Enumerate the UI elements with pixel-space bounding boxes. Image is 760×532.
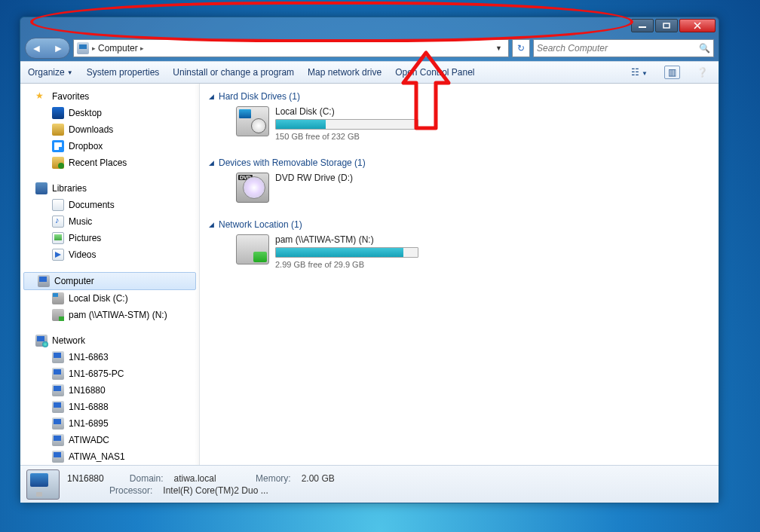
- si-pic-icon: [52, 232, 64, 244]
- search-input[interactable]: [537, 43, 699, 54]
- si-vid-icon: [52, 249, 64, 261]
- sidebar-item-label: Pictures: [69, 233, 101, 243]
- sidebar-computer-item[interactable]: pam (\\ATIWA-STM) (N:): [20, 307, 199, 323]
- sidebar-item-label: Videos: [69, 249, 96, 260]
- sidebar-item-label: pam (\\ATIWA-STM) (N:): [69, 310, 167, 320]
- section-network-loc[interactable]: ◢Network Location (1): [209, 218, 709, 231]
- sidebar-computer-item[interactable]: Local Disk (C:): [20, 290, 199, 307]
- sidebar-network-item[interactable]: 1N16880: [20, 382, 199, 399]
- computer-icon: [77, 42, 89, 54]
- sidebar-item-label: 1N16880: [69, 385, 106, 396]
- view-options-button[interactable]: ☷ ▼: [628, 67, 651, 78]
- map-network-drive-button[interactable]: Map network drive: [308, 67, 382, 78]
- computer-large-icon: [26, 469, 60, 500]
- si-dl-icon: [52, 124, 64, 136]
- details-computer-name: 1N16880: [67, 473, 104, 484]
- drive-free-text: 150 GB free of 232 GB: [275, 132, 418, 141]
- sidebar-network-item[interactable]: 1N1-6895: [20, 415, 199, 432]
- sidebar-item-label: Dropbox: [69, 141, 103, 151]
- sidebar-favorite-item[interactable]: Recent Places: [20, 154, 199, 171]
- drive-local-c[interactable]: Local Disk (C:) 150 GB free of 232 GB: [209, 103, 709, 144]
- si-pc-icon: [52, 417, 64, 430]
- sidebar-item-label: Downloads: [69, 124, 113, 135]
- organize-button[interactable]: Organize ▼: [28, 67, 73, 78]
- si-desk-icon: [52, 107, 64, 119]
- sidebar-favorite-item[interactable]: Desktop: [20, 105, 199, 121]
- sidebar-favorites-header[interactable]: ★Favorites: [20, 88, 199, 105]
- sidebar-item-label: ATIWA_NAS1: [69, 451, 125, 462]
- si-rec-icon: [52, 157, 64, 169]
- sidebar-item-label: Recent Places: [69, 157, 127, 168]
- search-box[interactable]: 🔍: [533, 39, 714, 57]
- address-bar[interactable]: ▸Computer▸ ▼: [73, 39, 509, 57]
- sidebar-item-label: Desktop: [69, 108, 102, 118]
- libraries-icon: [35, 182, 48, 194]
- address-dropdown-icon[interactable]: ▼: [492, 44, 505, 52]
- maximize-button[interactable]: [655, 19, 678, 32]
- refresh-button[interactable]: ↻: [512, 39, 530, 57]
- breadcrumb-item[interactable]: Computer: [98, 43, 138, 54]
- preview-pane-button[interactable]: ▥: [664, 66, 680, 79]
- section-hard-drives[interactable]: ◢Hard Disk Drives (1): [209, 90, 709, 103]
- capacity-bar: [275, 119, 418, 130]
- sidebar-item-label: Music: [69, 216, 92, 227]
- sidebar-library-item[interactable]: Music: [20, 213, 199, 230]
- sidebar-item-label: 1N1-6888: [69, 402, 109, 412]
- sidebar-network-item[interactable]: 1N1-6875-PC: [20, 365, 199, 382]
- drive-title: pam (\\ATIWA-STM) (N:): [275, 234, 418, 245]
- collapse-icon: ◢: [209, 221, 214, 228]
- sidebar-network-item[interactable]: 1N1-6863: [20, 349, 199, 365]
- chevron-down-icon: ▼: [67, 69, 73, 76]
- si-doc-icon: [52, 199, 64, 211]
- sidebar-computer-header[interactable]: Computer: [23, 272, 196, 290]
- help-button[interactable]: ❔: [694, 67, 711, 78]
- details-pane: 1N16880 Domain: atiwa.local Memory: 2.00…: [20, 465, 719, 503]
- drive-dvd[interactable]: DVD RW Drive (D:): [209, 170, 709, 206]
- breadcrumb-sep-icon: ▸: [92, 44, 96, 52]
- sidebar-library-item[interactable]: Pictures: [20, 230, 199, 246]
- si-db-icon: [52, 140, 64, 152]
- refresh-icon: ↻: [517, 43, 525, 54]
- sidebar-item-label: 1N1-6863: [69, 352, 109, 362]
- sidebar-network-item[interactable]: ATIWA_NAS1: [20, 448, 199, 465]
- drive-network-n[interactable]: pam (\\ATIWA-STM) (N:) 2.99 GB free of 2…: [209, 231, 709, 272]
- collapse-icon: ◢: [209, 159, 214, 167]
- sidebar: ★Favorites DesktopDownloadsDropboxRecent…: [20, 84, 200, 465]
- back-icon[interactable]: ◄: [32, 43, 42, 54]
- sidebar-network-item[interactable]: 1N1-6888: [20, 399, 199, 415]
- sidebar-network-header[interactable]: Network: [20, 332, 199, 349]
- si-mus-icon: [52, 216, 64, 228]
- sidebar-libraries-header[interactable]: Libraries: [20, 180, 199, 197]
- minimize-button[interactable]: [631, 19, 654, 32]
- system-properties-button[interactable]: System properties: [87, 67, 160, 78]
- sidebar-item-label: Documents: [69, 200, 115, 210]
- sidebar-item-label: ATIWADC: [69, 435, 109, 445]
- sidebar-network-item[interactable]: ATIWADC: [20, 432, 199, 448]
- sidebar-favorite-item[interactable]: Dropbox: [20, 138, 199, 154]
- breadcrumb-sep-icon: ▸: [140, 44, 144, 52]
- sidebar-library-item[interactable]: Videos: [20, 246, 199, 263]
- close-button[interactable]: [679, 19, 716, 32]
- forward-icon[interactable]: ►: [54, 43, 64, 54]
- svg-rect-0: [639, 26, 646, 28]
- sidebar-favorite-item[interactable]: Downloads: [20, 121, 199, 138]
- hard-drive-icon: [236, 106, 269, 136]
- capacity-bar: [275, 247, 418, 258]
- explorer-window: ◄► ▸Computer▸ ▼ ↻ 🔍 Organize ▼ System pr…: [20, 17, 719, 503]
- uninstall-program-button[interactable]: Uninstall or change a program: [173, 67, 294, 78]
- drive-title: DVD RW Drive (D:): [275, 173, 353, 183]
- titlebar: [20, 17, 719, 35]
- sidebar-item-label: 1N1-6895: [69, 418, 109, 429]
- nav-row: ◄► ▸Computer▸ ▼ ↻ 🔍: [20, 35, 719, 61]
- search-icon: 🔍: [699, 43, 710, 54]
- computer-icon: [38, 275, 50, 287]
- sidebar-item-label: 1N1-6875-PC: [69, 368, 124, 379]
- si-pc-icon: [52, 401, 64, 413]
- section-removable[interactable]: ◢Devices with Removable Storage (1): [209, 156, 709, 170]
- sidebar-library-item[interactable]: Documents: [20, 197, 199, 213]
- nav-back-forward[interactable]: ◄►: [25, 38, 70, 59]
- open-control-panel-button[interactable]: Open Control Panel: [395, 67, 474, 78]
- main-pane: ◢Hard Disk Drives (1) Local Disk (C:) 15…: [200, 84, 719, 465]
- si-pc-icon: [52, 451, 64, 463]
- network-drive-icon: [236, 234, 269, 264]
